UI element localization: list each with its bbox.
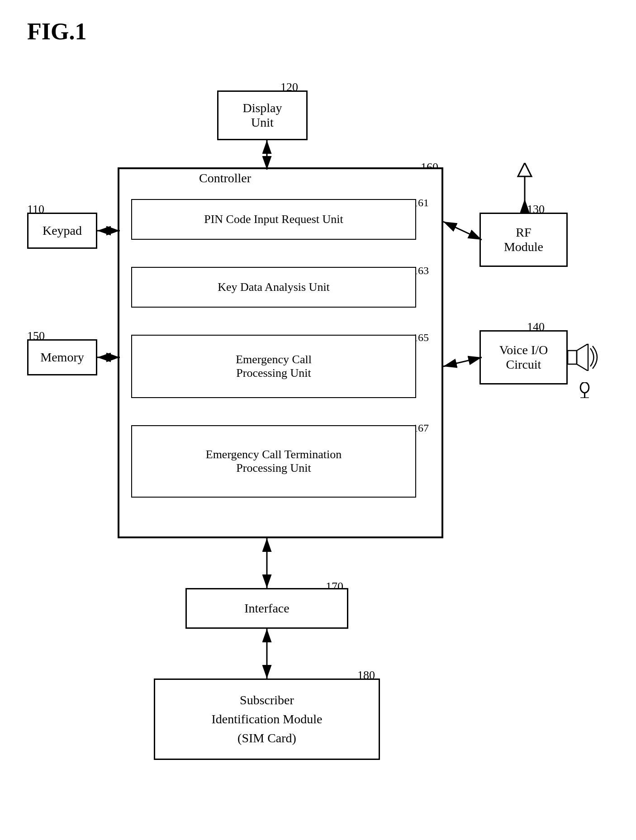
diagram: 120 DisplayUnit 160 Controller 161 163 1…: [27, 45, 615, 823]
ectpu-box: Emergency Call TerminationProcessing Uni…: [131, 425, 416, 498]
svg-marker-1: [518, 163, 532, 176]
rf-module-label: RFModule: [504, 225, 543, 254]
display-unit-label: DisplayUnit: [242, 101, 282, 130]
controller-label: Controller: [199, 171, 251, 185]
voice-io-box: Voice I/OCircuit: [479, 330, 568, 384]
ecpu-label: Emergency CallProcessing Unit: [236, 353, 312, 380]
key-unit-label: Key Data Analysis Unit: [218, 280, 330, 294]
svg-rect-2: [568, 351, 577, 364]
speaker-icon: [568, 344, 599, 371]
svg-point-4: [580, 382, 589, 393]
page: FIG.1 120 DisplayUnit 160 Controller 161…: [0, 0, 636, 840]
keypad-box: Keypad: [27, 213, 97, 249]
sim-box: SubscriberIdentification Module(SIM Card…: [154, 679, 380, 760]
svg-line-15: [443, 357, 482, 366]
memory-box: Memory: [27, 339, 97, 375]
svg-marker-3: [577, 344, 588, 371]
ecpu-box: Emergency CallProcessing Unit: [131, 335, 416, 398]
keypad-label: Keypad: [43, 223, 82, 238]
microphone-icon: [577, 382, 593, 398]
voice-io-label: Voice I/OCircuit: [499, 343, 548, 372]
pin-unit-label: PIN Code Input Request Unit: [204, 213, 343, 226]
svg-line-14: [443, 222, 482, 240]
figure-title: FIG.1: [27, 18, 86, 45]
sim-label: SubscriberIdentification Module(SIM Card…: [212, 691, 323, 748]
pin-unit-box: PIN Code Input Request Unit: [131, 199, 416, 240]
key-unit-box: Key Data Analysis Unit: [131, 267, 416, 308]
interface-label: Interface: [244, 601, 289, 616]
antenna-icon: [513, 163, 536, 199]
rf-module-box: RFModule: [479, 213, 568, 267]
interface-box: Interface: [185, 588, 348, 629]
display-unit-box: DisplayUnit: [217, 90, 308, 140]
memory-label: Memory: [40, 350, 84, 365]
ectpu-label: Emergency Call TerminationProcessing Uni…: [206, 448, 342, 475]
